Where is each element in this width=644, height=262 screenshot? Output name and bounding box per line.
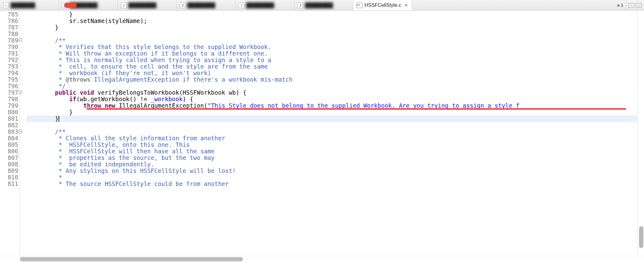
code-line[interactable]: * HSSFCellStyle will then have all the s… xyxy=(27,148,637,155)
fold-toggle-icon[interactable]: − xyxy=(19,38,22,42)
code-line[interactable]: * Verifies that this style belongs to th… xyxy=(27,44,637,50)
java-file-icon: J xyxy=(239,2,244,8)
code-line[interactable]: * Clones all the style information from … xyxy=(27,135,637,142)
code-line[interactable] xyxy=(27,31,637,37)
minimize-button[interactable]: ‒ xyxy=(629,3,634,7)
line-number: 801 xyxy=(0,115,18,122)
line-number: 792 xyxy=(0,57,18,63)
fold-column xyxy=(20,11,25,256)
tab-label: ████████ xyxy=(305,2,333,8)
horizontal-scrollbar[interactable] xyxy=(0,256,644,262)
window-controls: ‒ □ xyxy=(626,0,644,10)
code-line[interactable]: * HSSFCellStyle, onto this one. This xyxy=(27,142,637,148)
code-line[interactable]: * Any stylings on this HSSFCellStyle wil… xyxy=(27,168,637,174)
warning-indicator xyxy=(64,3,77,8)
line-number: 785 xyxy=(0,11,18,18)
line-number: 796 xyxy=(0,83,18,89)
tab-label: ████████ xyxy=(246,2,274,8)
editor-tab[interactable]: J████████ xyxy=(236,0,294,10)
line-number: 798 xyxy=(0,96,18,102)
line-number: 805 xyxy=(0,142,18,148)
error-underline xyxy=(87,108,626,110)
line-number: 797− xyxy=(0,89,18,96)
java-file-icon: J xyxy=(121,2,126,8)
tab-label: HSSFCellStyle.c xyxy=(364,2,401,8)
code-line[interactable]: } xyxy=(27,11,637,18)
fold-toggle-icon[interactable]: − xyxy=(19,130,22,133)
code-line[interactable]: * be edited independently. xyxy=(27,161,637,168)
line-number: 806 xyxy=(0,148,18,155)
tab-overflow-button[interactable]: » 1 xyxy=(615,0,626,10)
code-line[interactable]: */ xyxy=(27,83,637,89)
line-number: 793 xyxy=(0,63,18,70)
line-number: 786 xyxy=(0,18,18,24)
code-line[interactable]: * cell, to ensure the cell and the style… xyxy=(27,63,637,70)
close-icon[interactable]: ✕ xyxy=(404,2,408,8)
line-number: 791 xyxy=(0,50,18,57)
java-file-icon: J xyxy=(180,2,185,8)
binary-file-icon xyxy=(356,2,363,8)
vertical-scroll-thumb[interactable] xyxy=(639,226,643,248)
code-line[interactable] xyxy=(27,122,637,129)
line-number: 794 xyxy=(0,70,18,76)
line-number: 808 xyxy=(0,161,18,168)
line-number: 810 xyxy=(0,174,18,181)
line-number: 787 xyxy=(0,24,18,31)
code-line[interactable]: if(wb.getWorkbook() != _workbook) { xyxy=(27,96,637,102)
code-line[interactable]: * This is normally called when trying to… xyxy=(27,57,637,63)
editor-tab[interactable]: J████████ xyxy=(118,0,177,10)
file-icon: ≡ xyxy=(3,2,9,8)
code-line[interactable]: } xyxy=(27,115,637,122)
maximize-button[interactable]: □ xyxy=(636,3,642,7)
line-number: 804 xyxy=(0,135,18,142)
code-line[interactable]: public void verifyBelongsToWorkbook(HSSF… xyxy=(27,89,637,96)
editor-tab[interactable]: J████████ xyxy=(294,0,353,10)
code-line[interactable]: } xyxy=(27,24,637,31)
editor-tab-active[interactable]: HSSFCellStyle.c✕ xyxy=(353,0,412,10)
vertical-scrollbar[interactable] xyxy=(637,11,644,256)
editor-tab-bar: ≡███████J████████J████████J████████J████… xyxy=(0,0,644,11)
line-number-gutter: 785786787788789−790791792793794795796797… xyxy=(0,11,20,256)
code-line[interactable]: /** xyxy=(27,37,637,44)
line-number: 788 xyxy=(0,31,18,37)
code-line[interactable]: * xyxy=(27,174,637,181)
line-number: 803− xyxy=(0,129,18,135)
line-number: 799 xyxy=(0,102,18,109)
fold-toggle-icon[interactable]: − xyxy=(19,91,22,94)
code-line[interactable]: * The source HSSFCellStyle could be from… xyxy=(27,181,637,187)
code-area[interactable]: } sr.setName(styleName); } /** * Verifie… xyxy=(25,11,637,256)
line-number: 802 xyxy=(0,122,18,129)
code-line[interactable]: * properties as the source, but the two … xyxy=(27,155,637,161)
chevron-right-icon: » xyxy=(617,2,620,8)
horizontal-scroll-thumb[interactable] xyxy=(20,257,243,261)
tab-label: ███████ xyxy=(11,2,35,8)
line-number: 811 xyxy=(0,181,18,187)
text-cursor xyxy=(59,116,59,122)
line-number: 800 xyxy=(0,109,18,115)
java-file-icon: J xyxy=(298,2,303,8)
line-number: 809 xyxy=(0,168,18,174)
editor-tab[interactable]: J████████ xyxy=(177,0,236,10)
tab-label: ████████ xyxy=(187,2,215,8)
code-editor[interactable]: 785786787788789−790791792793794795796797… xyxy=(0,11,644,256)
tab-label: ████████ xyxy=(128,2,157,8)
line-number: 795 xyxy=(0,76,18,83)
overflow-count: 1 xyxy=(621,3,623,7)
code-line[interactable]: sr.setName(styleName); xyxy=(27,18,637,24)
code-line[interactable]: /** xyxy=(27,129,637,135)
editor-tab[interactable]: ≡███████ xyxy=(0,0,59,10)
line-number: 790 xyxy=(0,44,18,50)
code-line[interactable]: * workbook (if they're not, it won't wor… xyxy=(27,70,637,76)
line-number: 789− xyxy=(0,37,18,44)
code-line[interactable]: * @throws IllegalArgumentException if th… xyxy=(27,76,637,83)
code-line[interactable]: throw new IllegalArgumentException("This… xyxy=(27,102,637,109)
code-line[interactable]: } xyxy=(27,109,637,115)
line-number: 807 xyxy=(0,155,18,161)
code-line[interactable]: * Will throw an exception if it belongs … xyxy=(27,50,637,57)
